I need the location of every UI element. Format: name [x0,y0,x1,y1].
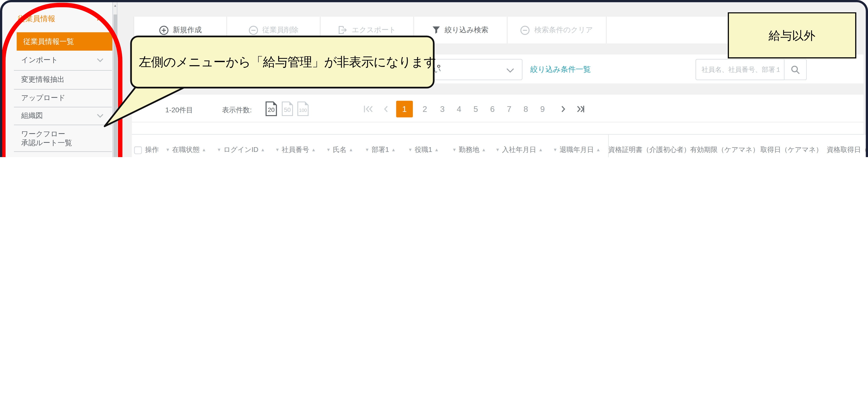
sidebar-item-5[interactable]: 組織図 [2,107,112,125]
sidebar-item-4[interactable]: アップロード [2,89,112,107]
toolbar-button-label: 新規作成 [173,25,202,35]
sort-asc-icon: ▲ [311,147,316,152]
sidebar-item-3[interactable]: 変更情報抽出 [2,70,112,89]
column-label: 退職年月日 [560,145,594,155]
sort-asc-icon: ▲ [202,147,206,152]
sidebar-item-label: 組織図 [21,111,43,120]
column-label: 操作 [145,145,159,155]
column-label: 部署1 [372,145,389,155]
sidebar: 従業員情報従業員情報一覧インポート変更情報抽出アップロード組織図ワークフロー 承… [2,2,112,157]
column-header-hire_date[interactable]: ▼入社年月日▲ [493,134,545,157]
column-header-emp_no[interactable]: ▼社員番号▲ [271,134,320,157]
svg-text:20: 20 [268,106,274,113]
column-label: 在職状態 [172,145,199,155]
sidebar-item-label: 従業員情報一覧 [23,37,74,46]
column-label: 氏名 [333,145,346,155]
filter-conditions-list-link[interactable]: 絞り込み条件一覧 [530,64,591,74]
sidebar-item-6[interactable]: ワークフロー 承認ルート一覧 [2,125,112,152]
sidebar-active-item[interactable]: 従業員情報一覧 [17,32,114,51]
sidebar-item-label: インポート [21,56,58,64]
chevron-down-icon [97,114,103,118]
page-button-2[interactable]: 2 [418,104,432,114]
divider [132,122,864,122]
prev-page-icon[interactable] [382,104,389,114]
next-page-icon[interactable] [559,104,566,114]
export-icon [338,26,347,34]
column-header-name[interactable]: ▼氏名▲ [320,134,359,157]
page-size-50-button[interactable]: 50 [281,101,293,116]
callout-text: 左側のメニューから「給与管理」が非表示になります。 [131,54,448,71]
page-button-4[interactable]: 4 [452,104,466,114]
svg-text:100: 100 [299,107,307,113]
sort-asc-icon: ▲ [434,147,439,152]
page-button-7[interactable]: 7 [502,104,516,114]
page-button-9[interactable]: 9 [536,104,549,114]
column-header-check[interactable] [132,134,144,157]
page-button-3[interactable]: 3 [436,104,449,114]
sort-asc-icon: ▲ [538,147,543,152]
sidebar-item-1[interactable]: 従業員情報一覧 [2,32,112,51]
toolbar-button-label: 検索条件のクリア [534,25,593,35]
chevron-up-icon [97,17,103,21]
first-page-icon[interactable] [363,104,373,114]
column-header-valid_caremane[interactable]: 有効期限（ケアマネ） [690,134,760,157]
sidebar-item-2[interactable]: インポート [2,51,112,70]
circle-minus-icon [521,25,530,35]
page-button-1-active[interactable]: 1 [396,101,413,117]
sort-desc-icon: ▼ [217,147,221,152]
sort-desc-icon: ▼ [326,147,331,152]
sidebar-item-0[interactable]: 従業員情報 [2,9,112,29]
column-header-dept1[interactable]: ▼部署1▲ [359,134,402,157]
funnel-icon [432,26,440,34]
sort-desc-icon: ▼ [408,147,412,152]
chevron-down-icon [506,68,514,73]
table-header: 操作▼在職状態▲▼ログインID▲▼社員番号▲▼氏名▲▼部署1▲▼役職1▲▼勤務地… [132,134,868,157]
column-header-role1[interactable]: ▼役職1▲ [402,134,445,157]
column-label: 入社年月日 [502,145,536,155]
sort-desc-icon: ▼ [275,147,279,152]
scroll-up-icon[interactable]: ▲ [113,4,118,7]
sidebar-item-label: 従業員情報 [18,14,55,23]
column-header-acq_caremane[interactable]: 取得日（ケアマネ） [760,134,824,157]
page-size-100-button[interactable]: 100 [297,101,309,116]
search-button[interactable] [784,59,807,80]
column-header-cert_acq_kaigo[interactable]: 資格取得日（介護 [824,134,868,157]
column-header-retire_date[interactable]: ▼退職年月日▲ [545,134,608,157]
page-size-20-button[interactable]: 20 [265,101,277,116]
annotation-note: 給与以外 [728,12,856,58]
column-header-login_id[interactable]: ▼ログインID▲ [211,134,271,157]
column-header-status[interactable]: ▼在職状態▲ [160,134,211,157]
sort-desc-icon: ▼ [165,147,170,152]
column-header-location[interactable]: ▼勤務地▲ [445,134,493,157]
sort-asc-icon: ▲ [349,147,353,152]
sidebar-item-label: アップロード [21,93,65,102]
column-header-cert_kaigo[interactable]: 資格証明書（介護初心者） [608,134,690,157]
column-header-gear[interactable]: 操作 [144,134,160,157]
last-page-icon[interactable] [575,104,585,114]
sort-desc-icon: ▼ [495,147,500,152]
column-label: 資格証明書（介護初心者） [608,145,690,155]
sort-desc-icon: ▼ [452,147,456,152]
page-button-5[interactable]: 5 [469,104,483,114]
page-button-8[interactable]: 8 [519,104,533,114]
search-input[interactable] [695,59,784,80]
sort-asc-icon: ▲ [596,147,600,152]
column-label: 勤務地 [459,145,479,155]
note-text: 給与以外 [769,28,815,43]
column-label: 有効期限（ケアマネ） [690,145,759,155]
toolbar-button-4: 検索条件のクリア [507,17,607,43]
sidebar-scrollbar-thumb[interactable] [113,14,117,157]
sort-asc-icon: ▲ [482,147,486,152]
result-range: 1-20件目 [165,106,193,115]
select-all-checkbox[interactable] [134,146,142,154]
sort-asc-icon: ▲ [260,147,265,152]
circle-plus-icon [159,25,168,35]
page-button-6[interactable]: 6 [486,104,499,114]
column-label: 資格取得日（介護 [827,145,868,155]
sidebar-scrollbar[interactable]: ▲ ▼ [112,2,117,157]
sidebar-item-7[interactable]: 項目マスタ [2,152,112,157]
column-label: 社員番号 [282,145,309,155]
toolbar-button-label: エクスポート [352,25,396,35]
chevron-down-icon [97,58,103,62]
column-label: 役職1 [415,145,432,155]
